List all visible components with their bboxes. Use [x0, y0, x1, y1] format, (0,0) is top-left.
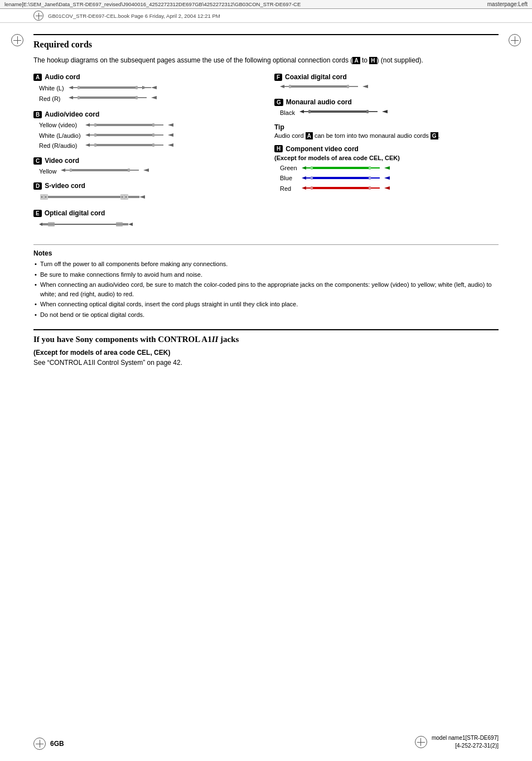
svg-rect-38 — [152, 143, 154, 147]
svg-marker-86 — [302, 166, 306, 170]
svg-rect-7 — [142, 87, 147, 88]
svg-rect-108 — [375, 187, 380, 189]
cord-sublabel-b2: White (L/audio) — [39, 131, 81, 141]
cord-lines-f — [280, 83, 499, 93]
cord-badge-b: B — [33, 111, 42, 118]
svg-rect-99 — [371, 177, 375, 179]
svg-rect-82 — [366, 110, 369, 113]
cord-sublabel-g1: Black — [280, 109, 295, 116]
svg-rect-45 — [72, 169, 128, 171]
cord-sublabel-h2: Blue — [280, 173, 297, 184]
cable-svg-g — [299, 108, 389, 118]
note-item-5: Do not bend or tie optical digital cords… — [33, 310, 499, 320]
svg-rect-59 — [128, 196, 139, 198]
cord-label-d: S-video cord — [45, 182, 85, 190]
svg-rect-91 — [371, 167, 375, 168]
svg-point-58 — [125, 196, 127, 198]
svg-rect-30 — [152, 133, 154, 137]
note-item-3: When connecting an audio/video cord, be … — [33, 280, 499, 298]
svg-rect-1 — [73, 87, 78, 88]
cable-svg-h — [302, 163, 391, 194]
cord-badge-f: F — [274, 74, 282, 81]
tip-title: Tip — [274, 123, 499, 131]
svg-rect-74 — [347, 85, 349, 88]
svg-rect-81 — [311, 110, 366, 113]
svg-rect-98 — [369, 176, 371, 180]
svg-rect-28 — [94, 133, 96, 137]
corner-mark-tr — [509, 34, 521, 46]
svg-marker-10 — [69, 96, 73, 99]
svg-rect-19 — [90, 124, 94, 126]
svg-rect-67 — [116, 223, 123, 225]
model-line1: model name1[STR-DE697] — [432, 734, 499, 742]
svg-rect-92 — [375, 167, 380, 168]
cable-svg-d — [39, 191, 151, 204]
svg-rect-64 — [48, 223, 55, 225]
svg-marker-61 — [39, 223, 42, 226]
svg-marker-69 — [128, 223, 133, 226]
svg-marker-93 — [384, 166, 390, 170]
model-line2: [4-252-272-31(2)] — [432, 742, 499, 750]
cord-item-d: D S-video cord — [33, 182, 258, 204]
cord-sublabel-b3: Red (R/audio) — [39, 141, 81, 151]
svg-rect-3 — [80, 86, 136, 89]
svg-rect-13 — [80, 97, 136, 99]
svg-marker-109 — [384, 186, 390, 190]
header-left-text: lename[E:\SEM_Janet\Data_STR-DE697_revis… — [4, 1, 301, 7]
svg-marker-25 — [168, 123, 173, 127]
svg-rect-104 — [311, 186, 313, 190]
section2-title: If you have Sony components with CONTROL… — [33, 329, 499, 344]
cord-sublabel-a1: White (L) — [39, 83, 64, 94]
footer-crosshair-right — [415, 736, 427, 748]
svg-marker-78 — [299, 110, 304, 113]
cord-item-c: C Video cord Yellow — [33, 157, 258, 176]
svg-rect-90 — [369, 166, 371, 170]
svg-marker-9 — [151, 86, 157, 89]
svg-rect-14 — [136, 96, 138, 99]
svg-rect-12 — [78, 96, 80, 99]
section2-text: See “CONTROL A1II Control System” on pag… — [33, 359, 499, 367]
svg-rect-27 — [90, 134, 94, 136]
book-info-bar: GB01COV_STR-DE697-CEL.book Page 6 Friday… — [0, 9, 532, 23]
svg-point-57 — [122, 196, 123, 198]
note-item-4: When connecting optical digital cords, i… — [33, 300, 499, 309]
svg-rect-8 — [147, 87, 151, 88]
cord-lines-a: White (L) Red (R) — [39, 83, 258, 105]
svg-rect-24 — [159, 124, 163, 126]
notes-section: Notes Turn off the power to all componen… — [33, 244, 499, 319]
corner-mark-tl — [11, 34, 23, 46]
svg-rect-16 — [142, 97, 147, 98]
svg-rect-105 — [313, 187, 369, 189]
cord-item-f: F Coaxial digital cord — [274, 73, 499, 93]
cord-lines-h: Green Blue Red — [280, 163, 499, 194]
svg-rect-87 — [306, 167, 311, 168]
svg-marker-0 — [69, 86, 73, 89]
cord-badge-c: C — [33, 157, 42, 165]
svg-rect-100 — [375, 177, 380, 179]
svg-rect-29 — [96, 134, 152, 136]
svg-rect-47 — [130, 170, 134, 171]
cord-badge-g: G — [274, 99, 283, 106]
main-content: Required cords The hookup diagrams on th… — [0, 23, 532, 378]
svg-marker-94 — [302, 176, 306, 180]
cord-label-e: Optical digital cord — [45, 209, 105, 217]
svg-rect-31 — [154, 134, 159, 136]
svg-rect-37 — [96, 144, 152, 146]
svg-rect-11 — [73, 97, 78, 98]
cords-right-column: F Coaxial digital cord — [274, 73, 499, 237]
svg-marker-34 — [85, 143, 90, 147]
svg-rect-23 — [154, 124, 159, 126]
notes-title: Notes — [33, 249, 499, 257]
svg-marker-60 — [139, 195, 145, 199]
svg-marker-33 — [168, 133, 173, 137]
svg-rect-72 — [289, 85, 291, 88]
svg-marker-26 — [85, 133, 90, 137]
cord-sublabel-b1: Yellow (video) — [39, 120, 81, 131]
page-number: 6GB — [50, 740, 64, 748]
svg-rect-76 — [354, 86, 358, 87]
tip-section: Tip Audio cord A can be torn into two mo… — [274, 123, 499, 141]
cord-label-g: Monaural audio cord — [286, 98, 352, 106]
svg-rect-95 — [306, 177, 311, 179]
svg-rect-79 — [304, 111, 308, 112]
section2-subtitle: (Except for models of area code CEL, CEK… — [33, 349, 499, 357]
